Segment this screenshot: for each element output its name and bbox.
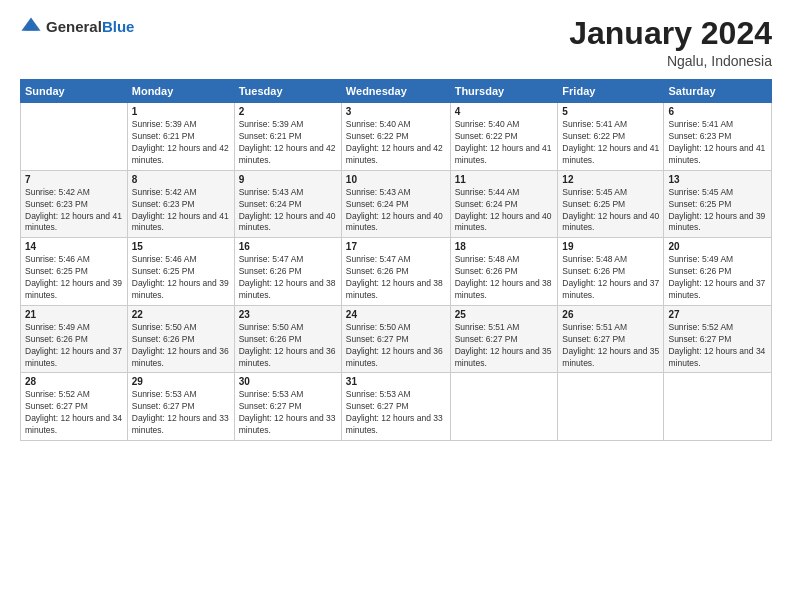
calendar-cell: 19Sunrise: 5:48 AMSunset: 6:26 PMDayligh… <box>558 238 664 306</box>
day-info: Sunrise: 5:53 AMSunset: 6:27 PMDaylight:… <box>346 389 446 437</box>
week-row-5: 28Sunrise: 5:52 AMSunset: 6:27 PMDayligh… <box>21 373 772 441</box>
day-number: 21 <box>25 309 123 320</box>
day-number: 2 <box>239 106 337 117</box>
day-info: Sunrise: 5:52 AMSunset: 6:27 PMDaylight:… <box>668 322 767 370</box>
calendar-cell: 26Sunrise: 5:51 AMSunset: 6:27 PMDayligh… <box>558 305 664 373</box>
logo-icon <box>20 16 42 38</box>
day-info: Sunrise: 5:51 AMSunset: 6:27 PMDaylight:… <box>455 322 554 370</box>
calendar-cell: 9Sunrise: 5:43 AMSunset: 6:24 PMDaylight… <box>234 170 341 238</box>
day-number: 7 <box>25 174 123 185</box>
day-info: Sunrise: 5:50 AMSunset: 6:26 PMDaylight:… <box>239 322 337 370</box>
day-number: 24 <box>346 309 446 320</box>
calendar-cell <box>558 373 664 441</box>
day-number: 9 <box>239 174 337 185</box>
calendar-cell: 2Sunrise: 5:39 AMSunset: 6:21 PMDaylight… <box>234 103 341 171</box>
day-number: 19 <box>562 241 659 252</box>
logo-blue: Blue <box>102 18 135 35</box>
day-number: 3 <box>346 106 446 117</box>
day-number: 20 <box>668 241 767 252</box>
day-info: Sunrise: 5:49 AMSunset: 6:26 PMDaylight:… <box>668 254 767 302</box>
calendar-cell: 3Sunrise: 5:40 AMSunset: 6:22 PMDaylight… <box>341 103 450 171</box>
calendar-cell: 29Sunrise: 5:53 AMSunset: 6:27 PMDayligh… <box>127 373 234 441</box>
calendar-cell: 4Sunrise: 5:40 AMSunset: 6:22 PMDaylight… <box>450 103 558 171</box>
day-info: Sunrise: 5:43 AMSunset: 6:24 PMDaylight:… <box>239 187 337 235</box>
day-info: Sunrise: 5:39 AMSunset: 6:21 PMDaylight:… <box>132 119 230 167</box>
weekday-header-monday: Monday <box>127 80 234 103</box>
calendar-cell <box>664 373 772 441</box>
calendar-cell <box>21 103 128 171</box>
day-number: 29 <box>132 376 230 387</box>
day-info: Sunrise: 5:47 AMSunset: 6:26 PMDaylight:… <box>239 254 337 302</box>
calendar-cell: 16Sunrise: 5:47 AMSunset: 6:26 PMDayligh… <box>234 238 341 306</box>
weekday-header-saturday: Saturday <box>664 80 772 103</box>
day-number: 28 <box>25 376 123 387</box>
day-info: Sunrise: 5:46 AMSunset: 6:25 PMDaylight:… <box>25 254 123 302</box>
day-info: Sunrise: 5:46 AMSunset: 6:25 PMDaylight:… <box>132 254 230 302</box>
day-info: Sunrise: 5:50 AMSunset: 6:27 PMDaylight:… <box>346 322 446 370</box>
calendar-cell: 13Sunrise: 5:45 AMSunset: 6:25 PMDayligh… <box>664 170 772 238</box>
day-info: Sunrise: 5:45 AMSunset: 6:25 PMDaylight:… <box>668 187 767 235</box>
day-info: Sunrise: 5:47 AMSunset: 6:26 PMDaylight:… <box>346 254 446 302</box>
calendar-cell: 31Sunrise: 5:53 AMSunset: 6:27 PMDayligh… <box>341 373 450 441</box>
day-info: Sunrise: 5:45 AMSunset: 6:25 PMDaylight:… <box>562 187 659 235</box>
title-block: January 2024 Ngalu, Indonesia <box>569 16 772 69</box>
day-number: 15 <box>132 241 230 252</box>
calendar-table: SundayMondayTuesdayWednesdayThursdayFrid… <box>20 79 772 441</box>
calendar-cell: 10Sunrise: 5:43 AMSunset: 6:24 PMDayligh… <box>341 170 450 238</box>
calendar-cell: 1Sunrise: 5:39 AMSunset: 6:21 PMDaylight… <box>127 103 234 171</box>
day-info: Sunrise: 5:44 AMSunset: 6:24 PMDaylight:… <box>455 187 554 235</box>
day-number: 6 <box>668 106 767 117</box>
calendar-cell: 17Sunrise: 5:47 AMSunset: 6:26 PMDayligh… <box>341 238 450 306</box>
day-info: Sunrise: 5:50 AMSunset: 6:26 PMDaylight:… <box>132 322 230 370</box>
weekday-header-wednesday: Wednesday <box>341 80 450 103</box>
calendar-cell: 24Sunrise: 5:50 AMSunset: 6:27 PMDayligh… <box>341 305 450 373</box>
week-row-3: 14Sunrise: 5:46 AMSunset: 6:25 PMDayligh… <box>21 238 772 306</box>
day-info: Sunrise: 5:40 AMSunset: 6:22 PMDaylight:… <box>346 119 446 167</box>
calendar-cell: 6Sunrise: 5:41 AMSunset: 6:23 PMDaylight… <box>664 103 772 171</box>
day-number: 5 <box>562 106 659 117</box>
calendar-cell: 15Sunrise: 5:46 AMSunset: 6:25 PMDayligh… <box>127 238 234 306</box>
day-number: 17 <box>346 241 446 252</box>
day-info: Sunrise: 5:41 AMSunset: 6:23 PMDaylight:… <box>668 119 767 167</box>
calendar-cell: 23Sunrise: 5:50 AMSunset: 6:26 PMDayligh… <box>234 305 341 373</box>
calendar-cell: 7Sunrise: 5:42 AMSunset: 6:23 PMDaylight… <box>21 170 128 238</box>
day-number: 12 <box>562 174 659 185</box>
day-info: Sunrise: 5:51 AMSunset: 6:27 PMDaylight:… <box>562 322 659 370</box>
day-info: Sunrise: 5:52 AMSunset: 6:27 PMDaylight:… <box>25 389 123 437</box>
week-row-4: 21Sunrise: 5:49 AMSunset: 6:26 PMDayligh… <box>21 305 772 373</box>
weekday-header-sunday: Sunday <box>21 80 128 103</box>
week-row-2: 7Sunrise: 5:42 AMSunset: 6:23 PMDaylight… <box>21 170 772 238</box>
calendar-cell: 25Sunrise: 5:51 AMSunset: 6:27 PMDayligh… <box>450 305 558 373</box>
day-info: Sunrise: 5:48 AMSunset: 6:26 PMDaylight:… <box>455 254 554 302</box>
day-info: Sunrise: 5:53 AMSunset: 6:27 PMDaylight:… <box>239 389 337 437</box>
day-info: Sunrise: 5:43 AMSunset: 6:24 PMDaylight:… <box>346 187 446 235</box>
day-number: 23 <box>239 309 337 320</box>
calendar-cell: 20Sunrise: 5:49 AMSunset: 6:26 PMDayligh… <box>664 238 772 306</box>
day-info: Sunrise: 5:40 AMSunset: 6:22 PMDaylight:… <box>455 119 554 167</box>
day-number: 22 <box>132 309 230 320</box>
calendar-cell: 12Sunrise: 5:45 AMSunset: 6:25 PMDayligh… <box>558 170 664 238</box>
day-number: 30 <box>239 376 337 387</box>
day-number: 14 <box>25 241 123 252</box>
location: Ngalu, Indonesia <box>569 53 772 69</box>
weekday-header-tuesday: Tuesday <box>234 80 341 103</box>
day-info: Sunrise: 5:48 AMSunset: 6:26 PMDaylight:… <box>562 254 659 302</box>
calendar-cell: 30Sunrise: 5:53 AMSunset: 6:27 PMDayligh… <box>234 373 341 441</box>
day-info: Sunrise: 5:49 AMSunset: 6:26 PMDaylight:… <box>25 322 123 370</box>
page: GeneralBlue January 2024 Ngalu, Indonesi… <box>0 0 792 612</box>
week-row-1: 1Sunrise: 5:39 AMSunset: 6:21 PMDaylight… <box>21 103 772 171</box>
logo: GeneralBlue <box>20 16 134 38</box>
calendar-cell: 14Sunrise: 5:46 AMSunset: 6:25 PMDayligh… <box>21 238 128 306</box>
day-number: 31 <box>346 376 446 387</box>
day-info: Sunrise: 5:39 AMSunset: 6:21 PMDaylight:… <box>239 119 337 167</box>
day-number: 13 <box>668 174 767 185</box>
day-number: 8 <box>132 174 230 185</box>
day-number: 27 <box>668 309 767 320</box>
weekday-header-thursday: Thursday <box>450 80 558 103</box>
month-title: January 2024 <box>569 16 772 51</box>
calendar-cell: 11Sunrise: 5:44 AMSunset: 6:24 PMDayligh… <box>450 170 558 238</box>
day-info: Sunrise: 5:41 AMSunset: 6:22 PMDaylight:… <box>562 119 659 167</box>
calendar-cell: 5Sunrise: 5:41 AMSunset: 6:22 PMDaylight… <box>558 103 664 171</box>
logo-general: General <box>46 18 102 35</box>
day-number: 18 <box>455 241 554 252</box>
